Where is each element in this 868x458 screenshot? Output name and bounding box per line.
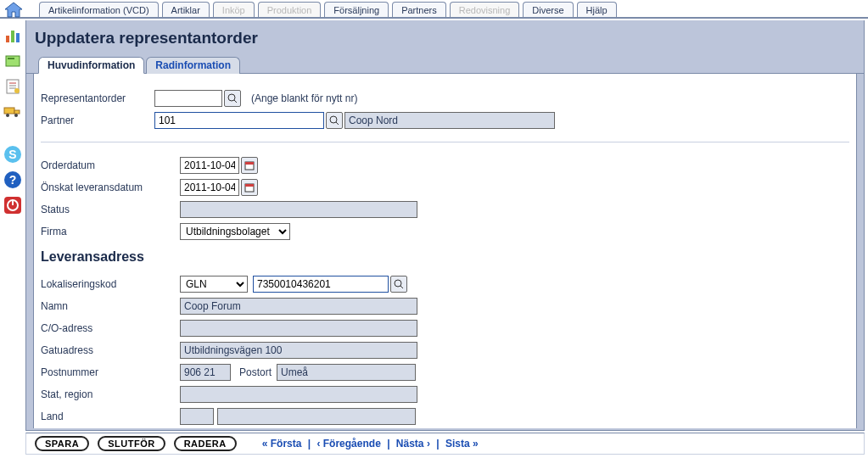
truck-icon[interactable]: [3, 102, 23, 122]
street-label: Gatuadress: [41, 344, 180, 356]
postal-display: 906 21: [180, 364, 231, 381]
help-icon[interactable]: ?: [3, 170, 23, 190]
loccode-input[interactable]: [253, 276, 389, 293]
svg-rect-4: [6, 56, 20, 66]
partner-input[interactable]: [154, 112, 324, 129]
svg-line-25: [336, 122, 339, 125]
footer-bar: SPARA SLUTFÖR RADERA « Första | ‹ Föregå…: [25, 433, 865, 455]
delivery-title: Leveransadress: [41, 249, 849, 265]
loccode-label: Lokaliseringskod: [41, 278, 180, 290]
inner-tab-bar: Huvudinformation Radinformation: [26, 56, 864, 74]
svg-marker-0: [5, 3, 22, 17]
partner-search-icon[interactable]: [326, 112, 343, 129]
document-icon[interactable]: [3, 76, 23, 97]
desired-date-label: Önskat leveransdatum: [41, 182, 180, 193]
chart-icon[interactable]: [3, 25, 23, 46]
desired-date-calendar-icon[interactable]: [241, 179, 258, 196]
skype-icon[interactable]: S: [3, 144, 23, 165]
page-title: Uppdatera representantorder: [26, 20, 864, 56]
svg-text:S: S: [8, 148, 16, 161]
reporder-input[interactable]: [154, 90, 222, 107]
street-display: Utbildningsvägen 100: [180, 342, 417, 359]
city-display: Umeå: [277, 364, 416, 381]
orderdate-input[interactable]: [180, 157, 239, 174]
top-tab-artiklar[interactable]: Artiklar: [162, 2, 210, 17]
tab-huvudinformation[interactable]: Huvudinformation: [38, 57, 144, 74]
svg-rect-2: [11, 31, 14, 42]
svg-point-22: [228, 94, 235, 101]
city-label: Postort: [239, 366, 272, 378]
home-icon[interactable]: [3, 2, 24, 19]
svg-point-10: [14, 88, 20, 93]
svg-rect-5: [8, 58, 14, 59]
nav-last[interactable]: Sista »: [445, 438, 479, 450]
nav-first[interactable]: « Första: [262, 438, 302, 450]
svg-text:?: ?: [9, 173, 17, 187]
name-label: Namn: [41, 300, 180, 312]
note-green-icon[interactable]: [3, 51, 23, 71]
svg-point-14: [14, 114, 18, 117]
partner-name-display: Coop Nord: [344, 112, 555, 129]
form-area: Representantorder (Ange blankt för nytt …: [33, 74, 857, 428]
svg-point-30: [395, 280, 401, 287]
status-label: Status: [41, 204, 180, 215]
reporder-hint: (Ange blankt för nytt nr): [251, 92, 357, 104]
top-tab-produktion: Produktion: [258, 2, 322, 17]
svg-line-31: [400, 286, 403, 288]
co-display: [180, 320, 417, 337]
top-tab-forsaljning[interactable]: Försäljning: [324, 2, 389, 17]
firma-label: Firma: [41, 226, 180, 237]
loccode-search-icon[interactable]: [390, 276, 407, 293]
orderdate-label: Orderdatum: [41, 159, 180, 171]
power-icon[interactable]: [3, 195, 23, 215]
svg-rect-11: [4, 108, 14, 114]
state-label: Stat, region: [41, 388, 180, 400]
reporder-search-icon[interactable]: [224, 90, 241, 107]
top-tab-hjalp[interactable]: Hjälp: [577, 2, 617, 17]
top-tab-bar: Artikelinformation (VCD) Artiklar Inköp …: [0, 0, 868, 19]
postal-label: Postnummer: [41, 366, 180, 378]
svg-line-23: [234, 100, 237, 103]
finish-button[interactable]: SLUTFÖR: [98, 436, 165, 451]
country-name-display: [217, 408, 416, 425]
svg-rect-1: [6, 36, 9, 42]
top-tab-partners[interactable]: Partners: [392, 2, 446, 17]
partner-label: Partner: [41, 114, 154, 126]
reporder-label: Representantorder: [41, 92, 154, 104]
top-tab-inkop: Inköp: [213, 2, 255, 17]
country-label: Land: [41, 411, 180, 422]
top-tab-diverse[interactable]: Diverse: [523, 2, 573, 17]
loccode-type-select[interactable]: GLN: [180, 276, 248, 293]
tab-radinformation[interactable]: Radinformation: [146, 57, 240, 74]
svg-rect-29: [245, 184, 254, 187]
nav-links: « Första | ‹ Föregående | Nästa › | Sist…: [262, 438, 479, 450]
svg-point-13: [6, 114, 9, 117]
country-code-display: [180, 408, 214, 425]
firma-select[interactable]: Utbildningsbolaget: [180, 223, 290, 240]
status-display: [180, 201, 417, 218]
sidebar: S ?: [0, 20, 25, 458]
top-tab-artikelinformation[interactable]: Artikelinformation (VCD): [39, 2, 159, 17]
svg-point-24: [330, 116, 337, 123]
delete-button[interactable]: RADERA: [174, 436, 237, 451]
desired-date-input[interactable]: [180, 179, 239, 196]
svg-rect-3: [16, 33, 20, 42]
svg-rect-27: [245, 162, 254, 165]
svg-rect-12: [14, 110, 20, 114]
orderdate-calendar-icon[interactable]: [241, 157, 258, 174]
nav-next[interactable]: Nästa ›: [396, 438, 430, 450]
state-display: [180, 386, 417, 403]
co-label: C/O-adress: [41, 322, 180, 334]
save-button[interactable]: SPARA: [35, 436, 89, 451]
top-tab-redovisning: Redovisning: [450, 2, 520, 17]
nav-prev[interactable]: ‹ Föregående: [316, 438, 380, 450]
main-panel: Uppdatera representantorder Huvudinforma…: [25, 20, 865, 431]
name-display: Coop Forum: [180, 298, 417, 315]
